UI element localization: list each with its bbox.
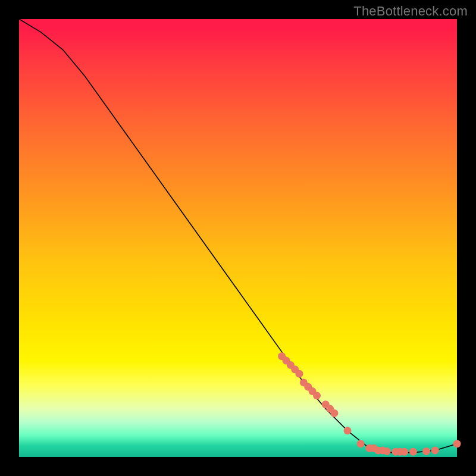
marker-dot bbox=[422, 447, 430, 455]
marker-dot bbox=[330, 409, 338, 417]
marker-dot bbox=[296, 370, 303, 378]
chart-overlay bbox=[19, 19, 457, 457]
marker-dot bbox=[453, 440, 461, 447]
curve-line bbox=[19, 19, 457, 453]
marker-dot bbox=[357, 440, 365, 447]
marker-dot bbox=[400, 448, 408, 456]
watermark: TheBottleneck.com bbox=[353, 4, 468, 19]
marker-dot bbox=[344, 427, 352, 434]
marker-dot bbox=[383, 447, 391, 455]
marker-group bbox=[278, 352, 461, 456]
marker-dot bbox=[431, 447, 439, 455]
marker-dot bbox=[409, 448, 417, 456]
marker-dot bbox=[313, 392, 321, 400]
